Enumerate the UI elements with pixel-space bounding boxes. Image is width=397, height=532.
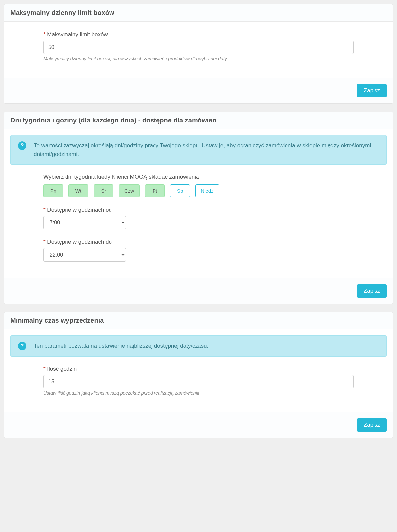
panel-body: * Maksymalny limit boxów Maksymalny dzie… bbox=[4, 22, 393, 78]
panel-title: Dni tygodnia i goziny (dla każdego dnia)… bbox=[10, 117, 387, 124]
day-button-czw[interactable]: Czw bbox=[119, 184, 140, 197]
panel-footer: Zapisz bbox=[4, 78, 393, 103]
panel-footer: Zapisz bbox=[4, 412, 393, 438]
panel-box-limit: Maksymalny dzienny limit boxów * Maksyma… bbox=[4, 4, 393, 104]
hours-count-input[interactable] bbox=[43, 375, 354, 388]
day-buttons-row: PnWtŚrCzwPtSbNiedz bbox=[43, 184, 354, 197]
panel-body: * Ilość godzin Ustaw iliść godzin jaką k… bbox=[4, 363, 393, 412]
day-button-śr[interactable]: Śr bbox=[94, 184, 113, 197]
max-limit-label: * Maksymalny limit boxów bbox=[43, 31, 354, 38]
label-text: Dostępne w godzinach od bbox=[47, 207, 112, 213]
form-row-hours-to: * Dostępne w godzinach do 22:00 bbox=[43, 239, 354, 262]
form-row-hours-count: * Ilość godzin Ustaw iliść godzin jaką k… bbox=[43, 366, 354, 396]
required-star: * bbox=[43, 31, 46, 38]
hours-from-select[interactable]: 7:00 bbox=[43, 216, 126, 229]
required-star: * bbox=[43, 207, 46, 213]
day-button-wt[interactable]: Wt bbox=[68, 184, 88, 197]
label-text: Ilość godzin bbox=[47, 366, 77, 372]
question-icon: ? bbox=[18, 342, 26, 350]
required-star: * bbox=[43, 366, 46, 372]
info-alert: ? Te wartości zazwyczaj określają dni/go… bbox=[10, 135, 387, 165]
panel-header: Dni tygodnia i goziny (dla każdego dnia)… bbox=[4, 112, 393, 129]
panel-footer: Zapisz bbox=[4, 278, 393, 304]
panel-title: Minimalny czas wyprzedzenia bbox=[10, 317, 387, 324]
hours-to-select[interactable]: 22:00 bbox=[43, 248, 126, 262]
form-row-max-limit: * Maksymalny limit boxów Maksymalny dzie… bbox=[43, 31, 354, 61]
panel-body: Wybierz dni tygodnia kiedy Klienci MOGĄ … bbox=[4, 170, 393, 278]
panel-lead-time: Minimalny czas wyprzedzenia ? Ten parame… bbox=[4, 312, 393, 438]
day-button-pn[interactable]: Pn bbox=[43, 184, 63, 197]
save-button[interactable]: Zapisz bbox=[357, 284, 387, 298]
day-button-niedz[interactable]: Niedz bbox=[195, 184, 219, 197]
panel-header: Minimalny czas wyprzedzenia bbox=[4, 312, 393, 329]
hours-to-label: * Dostępne w godzinach do bbox=[43, 239, 354, 245]
info-alert: ? Ten parametr pozwala na ustawienie naj… bbox=[10, 335, 387, 357]
hours-count-help: Ustaw iliść godzin jaką klienci muszą po… bbox=[43, 390, 354, 396]
info-text: Ten parametr pozwala na ustawienie najbl… bbox=[34, 343, 208, 349]
question-icon: ? bbox=[18, 141, 26, 150]
required-star: * bbox=[43, 239, 46, 245]
save-button[interactable]: Zapisz bbox=[357, 84, 387, 97]
label-text: Maksymalny limit boxów bbox=[47, 31, 108, 38]
panel-days-hours: Dni tygodnia i goziny (dla każdego dnia)… bbox=[4, 112, 393, 304]
hours-count-label: * Ilość godzin bbox=[43, 366, 354, 372]
info-text: Te wartości zazwyczaj określają dni/godz… bbox=[34, 142, 371, 157]
hours-from-label: * Dostępne w godzinach od bbox=[43, 207, 354, 213]
days-instruction: Wybierz dni tygodnia kiedy Klienci MOGĄ … bbox=[43, 174, 354, 180]
max-limit-input[interactable] bbox=[43, 41, 354, 54]
panel-header: Maksymalny dzienny limit boxów bbox=[4, 4, 393, 22]
form-row-hours-from: * Dostępne w godzinach od 7:00 bbox=[43, 207, 354, 229]
max-limit-help: Maksymalny dzienny limit boxów, dla wszy… bbox=[43, 56, 354, 61]
save-button[interactable]: Zapisz bbox=[357, 418, 387, 432]
form-row-days: Wybierz dni tygodnia kiedy Klienci MOGĄ … bbox=[43, 174, 354, 197]
day-button-pt[interactable]: Pt bbox=[145, 184, 165, 197]
day-button-sb[interactable]: Sb bbox=[170, 184, 190, 197]
panel-title: Maksymalny dzienny limit boxów bbox=[10, 9, 387, 17]
label-text: Dostępne w godzinach do bbox=[47, 239, 112, 245]
